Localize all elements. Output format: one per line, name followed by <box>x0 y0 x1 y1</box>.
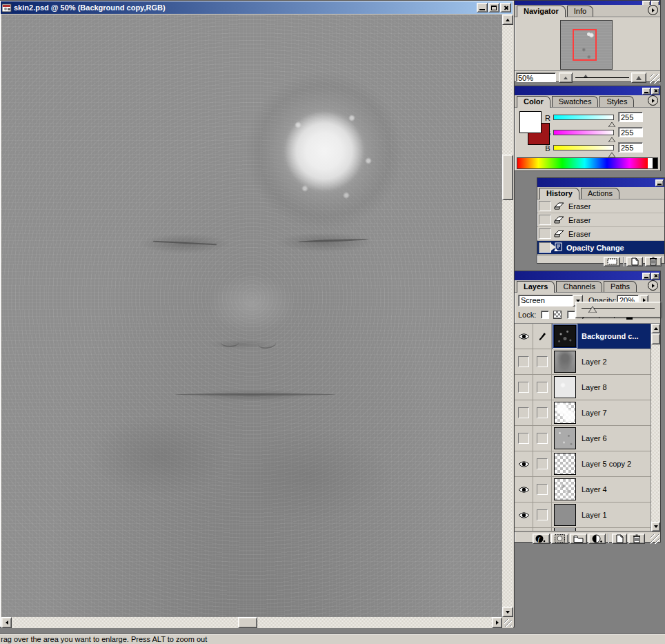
tab-actions[interactable]: Actions <box>581 188 619 199</box>
layer-row[interactable]: Layer 1 <box>515 502 652 528</box>
vertical-scrollbar[interactable] <box>502 14 513 617</box>
tab-layers[interactable]: Layers <box>517 281 555 293</box>
scroll-right-button[interactable] <box>492 617 502 628</box>
tab-color[interactable]: Color <box>517 96 550 108</box>
zoom-slider-track[interactable] <box>575 77 629 78</box>
new-layer-button[interactable] <box>612 534 627 544</box>
palette-minimize-button[interactable] <box>642 88 651 95</box>
layer-main[interactable]: Layer 8 <box>552 375 652 400</box>
palette-resize-grip[interactable] <box>651 534 659 544</box>
scroll-up-button[interactable] <box>651 324 660 333</box>
history-state-marker-icon[interactable] <box>551 244 556 251</box>
delete-history-button[interactable] <box>645 257 662 266</box>
visibility-cell[interactable] <box>515 426 533 451</box>
blend-mode-select[interactable]: Screen <box>518 295 573 306</box>
scroll-left-button[interactable] <box>1 617 12 628</box>
link-cell[interactable] <box>533 349 552 374</box>
horizontal-scrollbar[interactable] <box>1 617 502 628</box>
adjustment-layer-button[interactable] <box>588 534 606 544</box>
layer-row[interactable]: Layer 2 <box>515 349 652 375</box>
new-document-from-state-button[interactable] <box>604 257 620 266</box>
layer-thumbnail[interactable] <box>554 402 576 424</box>
layer-thumbnail[interactable] <box>554 325 576 347</box>
zoom-slider-thumb[interactable] <box>584 75 588 77</box>
palette-close-button[interactable] <box>651 88 659 95</box>
palette-menu-button[interactable] <box>648 5 658 15</box>
palette-menu-button[interactable] <box>648 95 658 106</box>
palette-minimize-button[interactable] <box>642 273 651 280</box>
layer-row[interactable]: Background c... <box>515 324 652 349</box>
history-source-well[interactable] <box>539 242 551 253</box>
scroll-up-button[interactable] <box>502 14 513 25</box>
tab-swatches[interactable]: Swatches <box>552 96 599 107</box>
delete-layer-button[interactable] <box>628 534 645 544</box>
palette-menu-button[interactable] <box>648 280 658 291</box>
layer-main[interactable]: Layer 5 copy 2 <box>552 451 652 476</box>
layer-thumbnail[interactable] <box>554 478 576 500</box>
history-source-well[interactable] <box>539 228 551 239</box>
visibility-cell[interactable] <box>515 477 533 502</box>
history-source-well[interactable] <box>539 215 551 225</box>
blue-value-field[interactable]: 255 <box>618 142 643 153</box>
link-cell[interactable] <box>533 400 552 425</box>
image-canvas[interactable] <box>1 14 502 617</box>
layers-scrollbar[interactable] <box>651 324 660 531</box>
maximize-button[interactable] <box>488 3 499 12</box>
layer-thumbnail[interactable] <box>554 453 576 475</box>
layers-scroll-thumb[interactable] <box>651 333 660 344</box>
navigator-thumbnail[interactable] <box>560 20 613 70</box>
layer-mask-button[interactable] <box>551 534 568 544</box>
layer-thumbnail[interactable] <box>554 351 576 373</box>
visibility-cell[interactable] <box>515 400 533 425</box>
layer-row[interactable]: Layer 6 <box>515 426 652 451</box>
history-step[interactable]: Eraser <box>537 213 664 227</box>
link-cell[interactable] <box>533 477 552 502</box>
red-slider-track[interactable] <box>553 115 614 120</box>
visibility-cell[interactable] <box>515 451 533 476</box>
blue-slider-track[interactable] <box>553 145 614 150</box>
palette-minimize-button[interactable] <box>655 179 664 186</box>
new-set-button[interactable] <box>570 534 587 544</box>
tab-paths[interactable]: Paths <box>604 281 637 292</box>
visibility-cell[interactable] <box>515 349 533 374</box>
tab-history[interactable]: History <box>539 188 579 199</box>
layer-main[interactable]: Layer 2 <box>552 349 652 374</box>
color-spectrum-bar[interactable] <box>517 157 658 169</box>
history-source-well[interactable] <box>539 201 551 211</box>
red-value-field[interactable]: 255 <box>618 112 643 122</box>
layer-thumbnail[interactable] <box>554 376 576 398</box>
link-cell[interactable] <box>533 324 552 349</box>
minimize-button[interactable] <box>477 3 488 12</box>
layer-row[interactable]: Layer 8 <box>515 375 652 400</box>
tab-styles[interactable]: Styles <box>599 96 634 107</box>
layer-thumbnail[interactable] <box>554 427 576 449</box>
layer-style-button[interactable]: f <box>533 534 550 544</box>
link-cell[interactable] <box>533 502 552 527</box>
navigator-view-rectangle[interactable] <box>573 29 597 61</box>
horizontal-scroll-thumb[interactable] <box>238 617 257 628</box>
visibility-cell[interactable] <box>515 324 533 349</box>
green-slider-track[interactable] <box>553 130 614 135</box>
visibility-cell[interactable] <box>515 375 533 400</box>
layer-main[interactable]: Background c... <box>552 324 652 349</box>
link-cell[interactable] <box>533 451 552 476</box>
palette-resize-grip[interactable] <box>650 74 659 84</box>
history-step[interactable]: Opacity Change <box>537 241 664 255</box>
layer-row[interactable]: Layer 5 copy 2 <box>515 451 652 477</box>
layer-main[interactable]: Layer 4 <box>552 477 652 502</box>
lock-transparency-checkbox[interactable] <box>541 311 549 319</box>
layer-row[interactable]: Layer 7 <box>515 400 652 426</box>
palette-close-button[interactable] <box>651 273 659 280</box>
tab-navigator[interactable]: Navigator <box>517 6 566 17</box>
history-step[interactable]: Eraser <box>537 227 664 241</box>
zoom-out-button[interactable] <box>559 72 573 83</box>
scroll-down-button[interactable] <box>651 522 660 531</box>
layer-row[interactable]: Layer 4 <box>515 477 652 502</box>
tab-channels[interactable]: Channels <box>556 281 602 292</box>
layer-main[interactable]: Layer 6 <box>552 426 652 451</box>
opacity-slider-thumb[interactable] <box>588 306 597 314</box>
layer-main[interactable]: Layer 7 <box>552 400 652 425</box>
new-snapshot-button[interactable] <box>626 257 643 266</box>
layer-main[interactable]: Layer 1 <box>552 502 652 527</box>
foreground-color-swatch[interactable] <box>519 111 542 133</box>
